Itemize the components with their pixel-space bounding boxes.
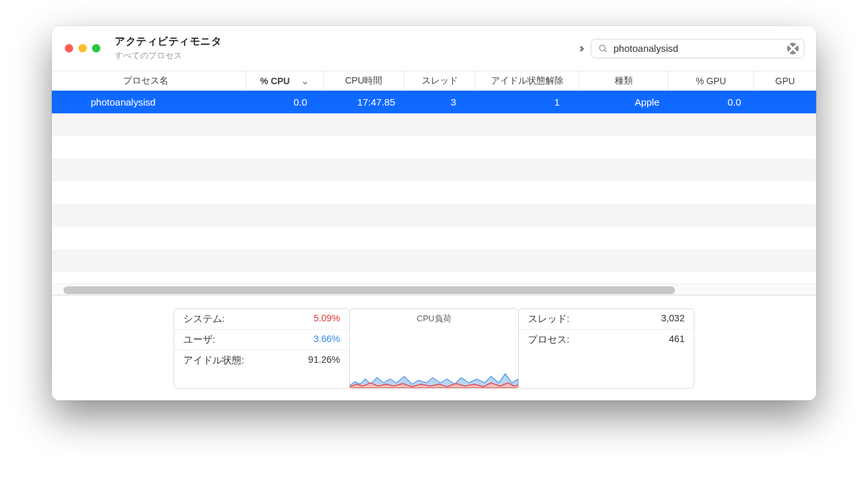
svg-line-1 [604, 50, 606, 52]
window-controls [65, 44, 100, 52]
chart-title: CPU負荷 [350, 309, 518, 326]
search-field[interactable] [591, 39, 805, 58]
user-value: 3.66% [314, 334, 340, 346]
column-threads[interactable]: スレッド [404, 71, 475, 90]
cell-idle-wakeups: 1 [475, 97, 579, 108]
column-kind[interactable]: 種類 [579, 71, 668, 90]
zoom-button[interactable] [92, 44, 100, 52]
cell-kind: Apple [579, 97, 668, 108]
table-header: プロセス名 % CPU⌄ CPU時間 スレッド アイドル状態解除 種類 % GP… [52, 71, 816, 91]
procs-value: 461 [669, 334, 685, 346]
cpu-load-stats: システム:5.09% ユーザ:3.66% アイドル状態:91.26% [174, 308, 350, 389]
table-row[interactable]: photoanalysisd 0.0 17:47.85 3 1 Apple 0.… [52, 91, 816, 113]
close-button[interactable] [65, 44, 73, 52]
procs-label: プロセス: [528, 334, 569, 346]
table-background [52, 91, 816, 284]
cell-cpu-time: 17:47.85 [324, 97, 404, 108]
idle-label: アイドル状態: [183, 354, 244, 367]
system-label: システム: [183, 313, 225, 325]
process-table[interactable]: photoanalysisd 0.0 17:47.85 3 1 Apple 0.… [52, 91, 816, 284]
close-icon [788, 43, 798, 54]
scrollbar-thumb[interactable] [63, 286, 675, 294]
svg-point-0 [600, 45, 606, 51]
user-label: ユーザ: [183, 334, 215, 346]
cell-process-name: photoanalysisd [52, 97, 246, 108]
horizontal-scrollbar[interactable] [52, 284, 816, 295]
column-cpu-time[interactable]: CPU時間 [324, 71, 404, 90]
threads-label: スレッド: [528, 313, 569, 325]
cell-gpu-percent: 0.0 [668, 97, 754, 108]
clear-search-button[interactable] [787, 43, 799, 54]
overflow-menu-button[interactable]: ›› [579, 41, 582, 55]
cpu-summary: システム:5.09% ユーザ:3.66% アイドル状態:91.26% CPU負荷… [52, 295, 816, 400]
column-gpu-time[interactable]: GPU [754, 71, 816, 90]
column-cpu-percent[interactable]: % CPU⌄ [246, 71, 324, 90]
minimize-button[interactable] [78, 44, 87, 52]
sort-descending-icon: ⌄ [301, 76, 309, 86]
activity-monitor-window: アクティビティモニタ すべてのプロセス ›› プロセス名 % CPU⌄ CPU時… [52, 26, 816, 400]
cell-cpu-percent: 0.0 [246, 97, 324, 108]
column-gpu-percent[interactable]: % GPU [668, 71, 754, 90]
search-input[interactable] [613, 43, 782, 54]
titlebar: アクティビティモニタ すべてのプロセス ›› [52, 26, 816, 71]
window-subtitle: すべてのプロセス [115, 50, 222, 62]
system-value: 5.09% [314, 313, 340, 325]
cell-threads: 3 [404, 97, 475, 108]
idle-value: 91.26% [308, 354, 340, 367]
search-icon [598, 43, 608, 54]
column-process-name[interactable]: プロセス名 [52, 71, 246, 90]
cpu-load-chart: CPU負荷 [349, 308, 519, 389]
window-title: アクティビティモニタ [115, 35, 222, 49]
cpu-chart-icon [350, 326, 518, 388]
column-idle-wakeups[interactable]: アイドル状態解除 [475, 71, 579, 90]
system-stats: スレッド:3,032 プロセス:461 [518, 308, 694, 389]
threads-value: 3,032 [661, 313, 685, 325]
